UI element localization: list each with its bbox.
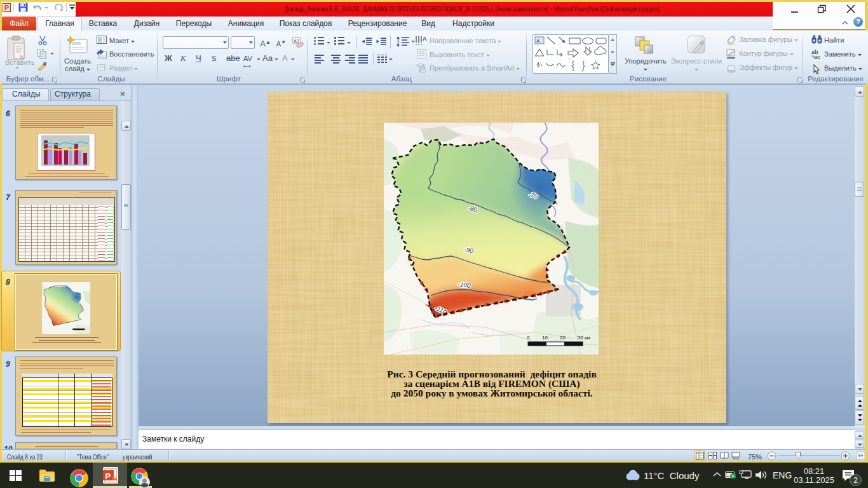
svg-text:А: А (423, 36, 427, 42)
svg-text:АЗ: АЗ (294, 39, 299, 43)
svg-text:10: 10 (542, 335, 548, 341)
svg-text:P: P (105, 471, 111, 481)
svg-text:ac: ac (814, 54, 820, 60)
svg-text:0: 0 (527, 335, 530, 341)
svg-text:30 км: 30 км (578, 335, 590, 341)
svg-text:A: A (536, 38, 540, 44)
svg-text:20: 20 (560, 335, 566, 341)
